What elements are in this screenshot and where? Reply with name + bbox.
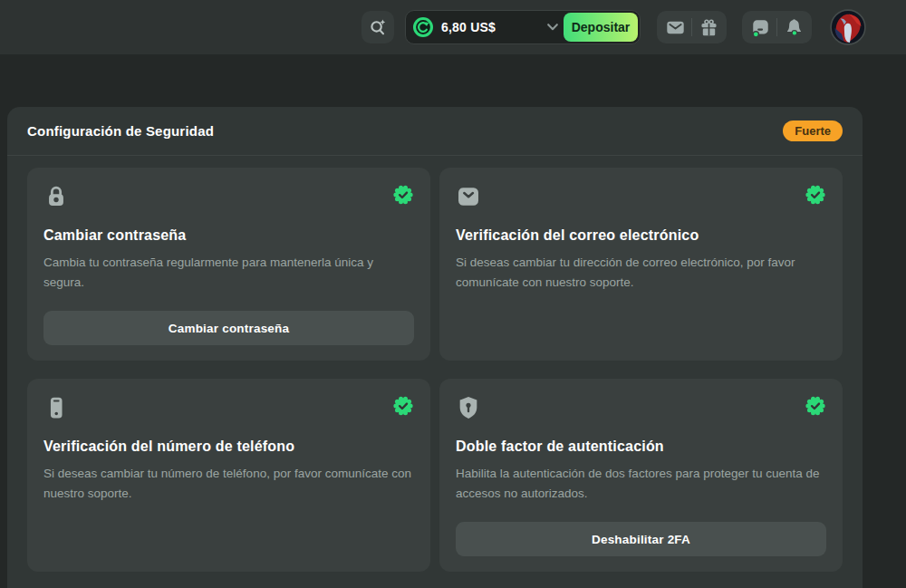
search-sparkle-icon [368, 17, 388, 37]
verified-badge-icon [392, 395, 414, 417]
phone-icon [43, 395, 69, 420]
security-settings-panel: Configuración de Seguridad Fuerte Cambia… [7, 107, 863, 588]
group-divider [776, 18, 777, 36]
gift-icon [699, 17, 719, 38]
verified-badge-icon [805, 184, 826, 206]
panel-header: Configuración de Seguridad Fuerte [7, 107, 863, 156]
security-cards-grid: Cambiar contraseña Cambia tu contraseña … [7, 156, 863, 572]
strength-badge: Fuerte [783, 120, 843, 141]
security-card: Verificación del número de teléfono Si d… [27, 379, 430, 572]
card-action-button[interactable]: Deshabilitar 2FA [456, 522, 826, 556]
chat-button[interactable] [747, 14, 773, 40]
lock-icon [43, 184, 69, 209]
security-card: Cambiar contraseña Cambia tu contraseña … [27, 168, 430, 361]
mail-envelope-icon [456, 184, 481, 209]
card-title: Verificación del número de teléfono [43, 439, 414, 455]
verified-badge-icon [392, 184, 414, 206]
avatar[interactable] [830, 9, 866, 45]
bell-icon [784, 17, 805, 38]
group-divider [691, 18, 692, 36]
notifications-button[interactable] [781, 14, 806, 40]
page-title: Configuración de Seguridad [27, 123, 214, 139]
verified-badge-icon [805, 395, 826, 417]
security-card: Verificación del correo electrónico Si d… [439, 168, 843, 361]
mail-icon [665, 17, 686, 38]
card-description: Si deseas cambiar tu número de teléfono,… [43, 464, 414, 504]
mail-button[interactable] [662, 14, 688, 40]
chevron-down-icon [547, 24, 558, 31]
gift-button[interactable] [696, 14, 721, 40]
card-title: Cambiar contraseña [43, 227, 414, 244]
card-title: Verificación del correo electrónico [456, 227, 826, 244]
search-button[interactable] [361, 11, 394, 43]
coin-icon [412, 16, 434, 38]
shield-key-icon [456, 395, 481, 420]
wallet-balance: 6,80 US$ [441, 20, 496, 34]
wallet-selector[interactable]: 6,80 US$ Depositar [405, 10, 641, 44]
security-card: Doble factor de autenticación Habilita l… [439, 379, 843, 572]
chat-bell-group [742, 11, 812, 43]
card-action-button[interactable]: Cambiar contraseña [43, 311, 414, 345]
deposit-button[interactable]: Depositar [564, 13, 638, 42]
chat-icon [750, 17, 771, 38]
card-description: Habilita la autenticación de dos factore… [456, 464, 826, 504]
mail-gift-group [657, 11, 727, 43]
card-description: Si deseas cambiar tu dirección de correo… [456, 253, 826, 293]
card-title: Doble factor de autenticación [456, 439, 826, 455]
card-description: Cambia tu contraseña regularmente para m… [43, 253, 414, 293]
topbar: 6,80 US$ Depositar [0, 0, 906, 54]
